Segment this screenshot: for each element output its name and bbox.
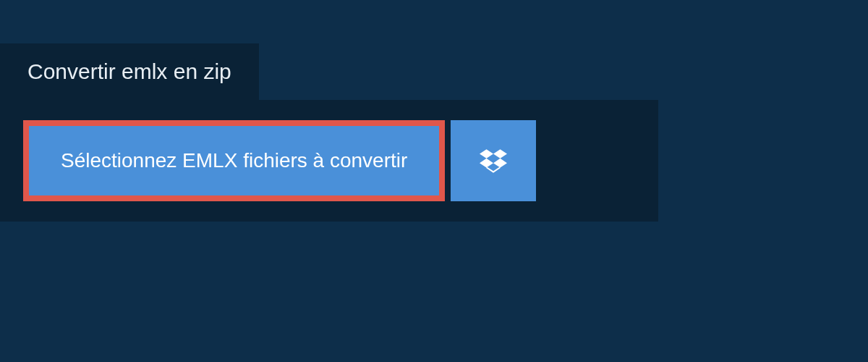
tab-container: Convertir emlx en zip Sélectionnez EMLX … [0,0,868,222]
dropbox-button[interactable] [451,120,536,201]
tab-convert[interactable]: Convertir emlx en zip [0,43,259,100]
select-files-button[interactable]: Sélectionnez EMLX fichiers à convertir [29,126,439,195]
dropbox-icon [480,147,507,174]
select-button-highlight: Sélectionnez EMLX fichiers à convertir [23,120,445,201]
tab-label: Convertir emlx en zip [27,59,231,83]
content-panel: Sélectionnez EMLX fichiers à convertir [0,100,658,222]
button-row: Sélectionnez EMLX fichiers à convertir [23,120,635,201]
